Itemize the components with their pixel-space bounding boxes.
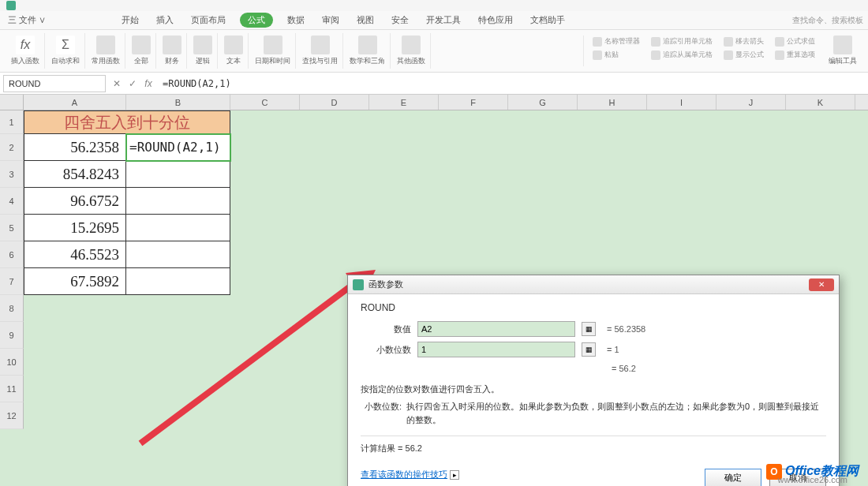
col-header-i[interactable]: I — [647, 95, 716, 110]
menu-special[interactable]: 特色应用 — [475, 13, 516, 28]
col-header-f[interactable]: F — [439, 95, 508, 110]
col-header-a[interactable]: A — [24, 95, 126, 110]
row-header-9[interactable]: 9 — [0, 322, 24, 349]
ribbon-logic[interactable]: 逻辑 — [189, 33, 218, 69]
function-help-link[interactable]: 查看该函数的操作技巧 — [361, 469, 447, 480]
row-header-7[interactable]: 7 — [0, 268, 24, 295]
cell-b7[interactable] — [126, 268, 230, 295]
watermark-url: www.office26.com — [778, 475, 847, 484]
ok-button[interactable]: 确定 — [705, 469, 761, 486]
ribbon-lookup[interactable]: 查找与引用 — [297, 33, 343, 69]
row-header-1[interactable]: 1 — [0, 110, 24, 134]
remove-arrows-icon — [724, 37, 733, 47]
col-header-k[interactable]: K — [786, 95, 855, 110]
row-header-11[interactable]: 11 — [0, 376, 24, 402]
cell-a2[interactable]: 56.2358 — [24, 134, 126, 161]
ribbon-recalc[interactable]: 重算选项 — [773, 49, 817, 61]
function-description: 按指定的位数对数值进行四舍五入。 小数位数: 执行四舍五入时采用的位数。如果此参… — [361, 383, 826, 428]
dialog-close-button[interactable]: ✕ — [809, 279, 834, 291]
ribbon-trace-dependents[interactable]: 追踪从属单元格 — [649, 49, 715, 61]
cell-b4[interactable] — [126, 188, 230, 215]
logic-icon — [193, 36, 212, 54]
ribbon-remove-arrows[interactable]: 移去箭头 — [721, 36, 766, 47]
row-header-8[interactable]: 8 — [0, 295, 24, 322]
row-header-4[interactable]: 4 — [0, 188, 24, 215]
lookup-icon — [311, 36, 330, 54]
col-header-c[interactable]: C — [230, 95, 300, 110]
ribbon-insert-function[interactable]: fx插入函数 — [6, 33, 45, 69]
param-number-input[interactable] — [417, 321, 575, 337]
titlebar — [0, 0, 868, 11]
col-header-d[interactable]: D — [300, 95, 369, 110]
menu-start[interactable]: 开始 — [118, 13, 142, 28]
evaluate-icon — [775, 37, 784, 47]
ribbon-trace-precedents[interactable]: 追踪引用单元格 — [649, 36, 715, 47]
ribbon-name-manager[interactable]: 名称管理器 — [590, 36, 642, 47]
row-header-5[interactable]: 5 — [0, 215, 24, 241]
ribbon-all[interactable]: 全部 — [127, 33, 156, 69]
ribbon-show-formulas[interactable]: 显示公式 — [721, 49, 766, 61]
show-formulas-icon — [724, 50, 733, 60]
col-header-e[interactable]: E — [369, 95, 439, 110]
menu-view[interactable]: 视图 — [354, 13, 377, 28]
cell-b2[interactable]: =ROUND(A2,1) — [126, 134, 230, 161]
range-picker-icon[interactable]: ▦ — [582, 342, 596, 357]
accept-formula-button[interactable]: ✓ — [125, 78, 140, 89]
menu-security[interactable]: 安全 — [388, 13, 412, 28]
row-header-2[interactable]: 2 — [0, 134, 24, 161]
param-digits-input[interactable] — [417, 342, 575, 357]
dialog-titlebar[interactable]: 函数参数 ✕ — [348, 275, 839, 294]
function-arguments-dialog: 函数参数 ✕ ROUND 数值 ▦ = 56.2358 小数位数 ▦ = 1 =… — [347, 275, 840, 486]
fx-button[interactable]: fx — [140, 78, 156, 89]
menu-insert[interactable]: 插入 — [153, 13, 177, 28]
cell-b5[interactable] — [126, 215, 230, 241]
range-picker-icon[interactable]: ▦ — [582, 322, 596, 336]
select-all-corner[interactable] — [0, 95, 24, 110]
menu-formula[interactable]: 公式 — [240, 13, 273, 28]
menu-pagelayout[interactable]: 页面布局 — [188, 13, 229, 28]
menu-file[interactable]: 三 文件 ∨ — [5, 13, 49, 28]
ribbon-autosum[interactable]: Σ自动求和 — [47, 33, 85, 69]
menu-devtools[interactable]: 开发工具 — [423, 13, 464, 28]
col-header-g[interactable]: G — [508, 95, 578, 110]
ribbon-datetime[interactable]: 日期和时间 — [250, 33, 296, 69]
ribbon-finance[interactable]: 财务 — [158, 33, 187, 69]
ribbon-common[interactable]: 常用函数 — [87, 33, 125, 69]
col-header-h[interactable]: H — [578, 95, 647, 110]
cell-b3[interactable] — [126, 161, 230, 188]
ribbon-text[interactable]: 文本 — [219, 33, 249, 69]
row-header-3[interactable]: 3 — [0, 161, 24, 188]
row-header-6[interactable]: 6 — [0, 241, 24, 268]
ribbon-edit-tools[interactable]: 编辑工具 — [824, 36, 862, 66]
row-header-12[interactable]: 12 — [0, 402, 24, 429]
function-name-label: ROUND — [361, 302, 826, 313]
cell-a7[interactable]: 67.5892 — [24, 268, 126, 295]
wps-dialog-icon — [353, 279, 364, 290]
col-header-b[interactable]: B — [126, 95, 230, 110]
menu-review[interactable]: 审阅 — [319, 13, 342, 28]
ribbon-other[interactable]: 其他函数 — [392, 33, 431, 69]
cell-a1-b1-merged[interactable]: 四舍五入到十分位 — [24, 110, 230, 134]
param-number-result: = 56.2358 — [607, 324, 645, 334]
trace-dependents-icon — [651, 50, 660, 60]
formula-input[interactable]: =ROUND(A2,1) — [156, 78, 868, 89]
name-manager-icon — [593, 37, 602, 47]
cell-b6[interactable] — [126, 241, 230, 268]
ribbon-evaluate[interactable]: 公式求值 — [773, 36, 817, 47]
cell-a3[interactable]: 854.8243 — [24, 161, 126, 188]
menu-dochelper[interactable]: 文档助手 — [527, 13, 568, 28]
col-header-j[interactable]: J — [716, 95, 786, 110]
row-header-10[interactable]: 10 — [0, 349, 24, 376]
ribbon-math[interactable]: 数学和三角 — [345, 33, 391, 69]
search-input[interactable]: 查找命令、搜索模板 — [792, 15, 863, 26]
cell-a5[interactable]: 15.2695 — [24, 215, 126, 241]
cancel-formula-button[interactable]: ✕ — [109, 78, 125, 89]
name-box[interactable]: ROUND — [3, 75, 106, 92]
cell-a6[interactable]: 46.5523 — [24, 241, 126, 268]
menu-data[interactable]: 数据 — [284, 13, 308, 28]
wps-icon — [6, 1, 16, 10]
help-play-icon[interactable]: ▸ — [450, 470, 459, 480]
ribbon-paste[interactable]: 粘贴 — [590, 49, 642, 61]
cell-a4[interactable]: 96.6752 — [24, 188, 126, 215]
trace-precedents-icon — [651, 37, 660, 47]
